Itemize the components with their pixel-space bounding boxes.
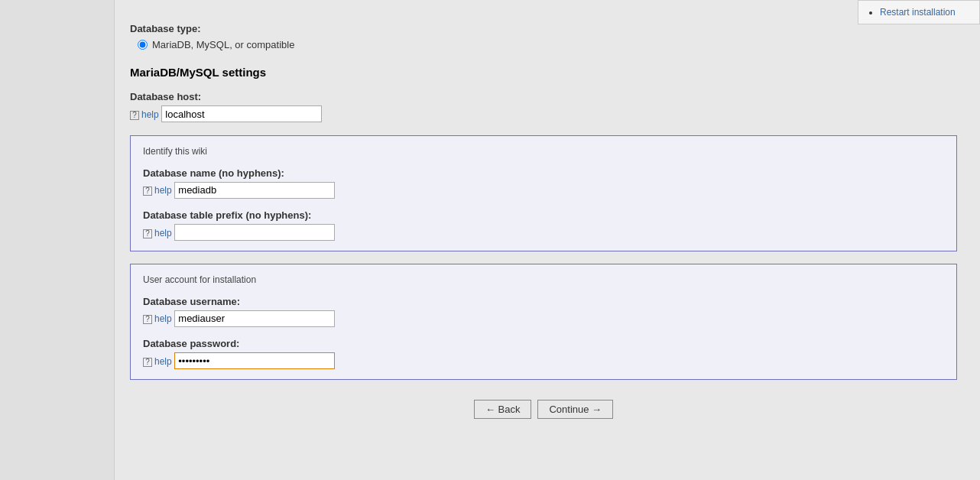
sidebar [0, 0, 115, 480]
db-username-help-link[interactable]: help [154, 313, 172, 324]
db-type-radio-mariadb[interactable] [138, 40, 148, 50]
db-type-radio-label: MariaDB, MySQL, or compatible [152, 39, 294, 50]
db-host-help-link[interactable]: help [141, 109, 159, 120]
db-password-group: Database password: ?help [143, 338, 944, 370]
main-content: Restart installation Database type: Mari… [115, 0, 980, 480]
section-title: MariaDB/MySQL settings [130, 66, 957, 79]
db-host-input[interactable] [161, 105, 322, 122]
continue-button[interactable]: Continue → [537, 400, 613, 419]
db-prefix-input[interactable] [174, 224, 335, 241]
db-name-input[interactable] [174, 182, 335, 199]
bottom-buttons: ← Back Continue → [130, 392, 957, 426]
db-host-label: Database host: [130, 91, 957, 102]
db-prefix-help-toggle[interactable]: ? [143, 229, 152, 238]
db-name-help-toggle[interactable]: ? [143, 186, 152, 196]
db-prefix-label: Database table prefix (no hyphens): [143, 209, 944, 221]
db-prefix-help-row: ?help [143, 227, 172, 238]
top-right-panel: Restart installation [858, 0, 980, 24]
db-password-input[interactable] [174, 352, 335, 369]
back-button[interactable]: ← Back [474, 400, 532, 419]
identify-wiki-fieldset: Identify this wiki Database name (no hyp… [130, 135, 957, 251]
identify-wiki-legend: Identify this wiki [143, 146, 207, 157]
db-type-label: Database type: [130, 23, 957, 34]
db-username-input[interactable] [174, 310, 335, 327]
db-prefix-help-link[interactable]: help [154, 228, 172, 238]
db-name-group: Database name (no hyphens): ?help [143, 167, 944, 199]
db-password-help-toggle[interactable]: ? [143, 358, 152, 367]
db-password-help-link[interactable]: help [154, 356, 172, 367]
db-type-radio-row: MariaDB, MySQL, or compatible [138, 39, 957, 50]
db-name-help-row: ?help [143, 184, 172, 196]
db-host-section: Database host: ?help [130, 91, 957, 123]
db-prefix-group: Database table prefix (no hyphens): ?hel… [143, 209, 944, 242]
db-host-help-toggle[interactable]: ? [130, 111, 139, 120]
db-type-section: Database type: MariaDB, MySQL, or compat… [130, 23, 957, 50]
db-password-label: Database password: [143, 338, 944, 349]
restart-installation-link[interactable]: Restart installation [880, 7, 956, 18]
db-username-help-toggle[interactable]: ? [143, 315, 152, 324]
db-host-help-row: ?help [130, 109, 159, 120]
db-name-help-link[interactable]: help [154, 185, 172, 196]
db-username-help-row: ?help [143, 313, 172, 324]
db-username-label: Database username: [143, 296, 944, 307]
db-username-group: Database username: ?help [143, 296, 944, 328]
user-account-fieldset: User account for installation Database u… [130, 264, 957, 380]
user-account-legend: User account for installation [143, 274, 256, 285]
db-name-label: Database name (no hyphens): [143, 167, 944, 179]
db-password-help-row: ?help [143, 355, 172, 367]
